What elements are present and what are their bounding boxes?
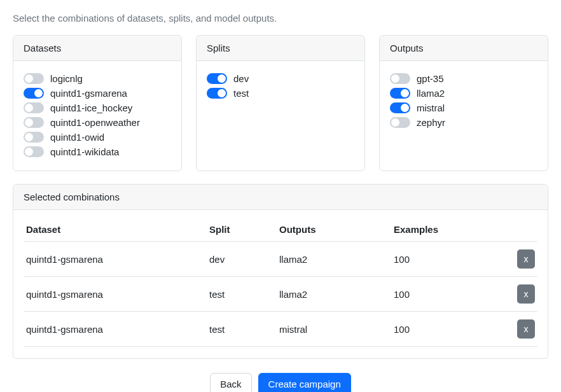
dataset-toggle-label: quintd1-openweather [50, 117, 140, 128]
output-toggle-label: zephyr [417, 117, 445, 128]
output-toggle-gpt-35[interactable] [390, 73, 410, 84]
page-subtitle: Select the combinations of datasets, spl… [13, 13, 548, 24]
col-split: Split [207, 218, 277, 242]
output-toggle-label: llama2 [417, 88, 445, 99]
output-toggle-row: zephyr [390, 115, 537, 130]
splits-card-header: Splits [197, 36, 364, 61]
output-toggle-zephyr[interactable] [390, 117, 410, 128]
datasets-card-body: logicnlgquintd1-gsmarenaquintd1-ice_hock… [13, 61, 181, 171]
split-toggle-test[interactable] [207, 88, 227, 99]
dataset-toggle-row: quintd1-openweather [24, 115, 171, 130]
dataset-toggle-quintd1-wikidata[interactable] [24, 146, 44, 157]
col-actions [506, 218, 537, 242]
cell-split: test [207, 312, 277, 347]
output-toggle-llama2[interactable] [390, 88, 410, 99]
cell-dataset: quintd1-gsmarena [24, 312, 207, 347]
split-toggle-row: test [207, 86, 354, 101]
cell-examples: 100 [391, 242, 506, 277]
output-toggle-label: mistral [417, 102, 445, 113]
dataset-toggle-row: logicnlg [24, 71, 171, 86]
dataset-toggle-label: quintd1-wikidata [50, 146, 119, 157]
output-toggle-row: gpt-35 [390, 71, 537, 86]
footer-buttons: Back Create campaign [13, 373, 548, 392]
cell-examples: 100 [391, 277, 506, 312]
cell-outputs: llama2 [277, 277, 391, 312]
cell-split: dev [207, 242, 277, 277]
selected-combinations-header: Selected combinations [13, 185, 548, 210]
split-toggle-label: test [233, 88, 249, 99]
dataset-toggle-label: quintd1-gsmarena [50, 88, 127, 99]
remove-row-button[interactable]: x [517, 249, 535, 269]
split-toggle-row: dev [207, 71, 354, 86]
col-examples: Examples [391, 218, 506, 242]
output-toggle-row: mistral [390, 101, 537, 115]
cell-actions: x [506, 312, 537, 347]
output-toggle-mistral[interactable] [390, 102, 410, 113]
selected-combinations-body: Dataset Split Outputs Examples quintd1-g… [13, 210, 548, 358]
selected-combinations-card: Selected combinations Dataset Split Outp… [13, 184, 548, 359]
dataset-toggle-quintd1-openweather[interactable] [24, 117, 44, 128]
dataset-toggle-logicnlg[interactable] [24, 73, 44, 84]
remove-row-button[interactable]: x [517, 319, 535, 339]
datasets-card: Datasets logicnlgquintd1-gsmarenaquintd1… [13, 35, 182, 171]
dataset-toggle-row: quintd1-owid [24, 130, 171, 144]
cell-actions: x [506, 242, 537, 277]
datasets-card-header: Datasets [13, 36, 181, 61]
splits-card-body: devtest [197, 61, 364, 112]
cell-examples: 100 [391, 312, 506, 347]
create-campaign-button[interactable]: Create campaign [258, 373, 351, 392]
dataset-toggle-label: quintd1-ice_hockey [50, 102, 132, 113]
outputs-card-header: Outputs [380, 36, 548, 61]
splits-card: Splits devtest [196, 35, 365, 171]
table-row: quintd1-gsmarenatestmistral100x [24, 312, 537, 347]
cell-split: test [207, 277, 277, 312]
remove-row-button[interactable]: x [517, 284, 535, 304]
outputs-card: Outputs gpt-35llama2mistralzephyr [379, 35, 548, 171]
cell-dataset: quintd1-gsmarena [24, 242, 207, 277]
cell-outputs: mistral [277, 312, 391, 347]
col-outputs: Outputs [277, 218, 391, 242]
col-dataset: Dataset [24, 218, 207, 242]
cell-outputs: llama2 [277, 242, 391, 277]
back-button[interactable]: Back [210, 373, 251, 392]
dataset-toggle-row: quintd1-ice_hockey [24, 101, 171, 115]
split-toggle-label: dev [233, 73, 249, 84]
cell-dataset: quintd1-gsmarena [24, 277, 207, 312]
output-toggle-label: gpt-35 [417, 73, 444, 84]
table-row: quintd1-gsmarenatestllama2100x [24, 277, 537, 312]
dataset-toggle-row: quintd1-gsmarena [24, 86, 171, 101]
dataset-toggle-quintd1-gsmarena[interactable] [24, 88, 44, 99]
cell-actions: x [506, 277, 537, 312]
table-row: quintd1-gsmarenadevllama2100x [24, 242, 537, 277]
selector-cards-row: Datasets logicnlgquintd1-gsmarenaquintd1… [13, 35, 548, 171]
combinations-table: Dataset Split Outputs Examples quintd1-g… [24, 218, 537, 347]
output-toggle-row: llama2 [390, 86, 537, 101]
dataset-toggle-row: quintd1-wikidata [24, 144, 171, 159]
dataset-toggle-label: quintd1-owid [50, 132, 104, 143]
split-toggle-dev[interactable] [207, 73, 227, 84]
outputs-card-body: gpt-35llama2mistralzephyr [380, 61, 548, 141]
dataset-toggle-label: logicnlg [50, 73, 83, 84]
dataset-toggle-quintd1-owid[interactable] [24, 132, 44, 143]
dataset-toggle-quintd1-ice_hockey[interactable] [24, 102, 44, 113]
